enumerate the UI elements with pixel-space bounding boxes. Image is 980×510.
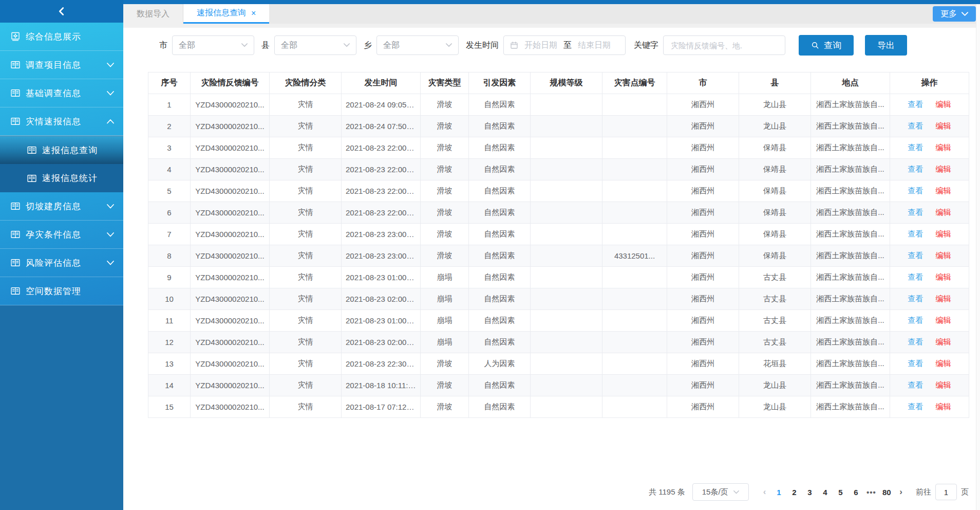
cell-code: YZD43000020210... xyxy=(191,267,270,288)
page-number-80[interactable]: 80 xyxy=(879,488,894,497)
more-button[interactable]: 更多 xyxy=(933,6,976,22)
keyword-input[interactable] xyxy=(663,35,785,55)
sidebar-item-entry[interactable]: 风险评估信息 xyxy=(0,249,123,277)
cell-actions: 查看编辑 xyxy=(890,137,969,159)
view-link[interactable]: 查看 xyxy=(908,121,924,130)
edit-link[interactable]: 编辑 xyxy=(936,272,951,281)
time-filter-label: 发生时间 xyxy=(466,40,499,51)
table-row: 13YZD43000020210...灾情2021-08-23 22:30:00… xyxy=(148,353,969,375)
sidebar-subitem-active[interactable]: 速报信息查询 xyxy=(0,136,123,164)
page-number-4[interactable]: 4 xyxy=(817,488,833,497)
cell-location: 湘西土家族苗族自... xyxy=(811,224,890,245)
cell-city: 湘西州 xyxy=(667,224,739,245)
edit-link[interactable]: 编辑 xyxy=(936,121,951,130)
sidebar-menu: 综合信息展示调查项目信息基础调查信息灾情速报信息速报信息查询速报信息统计切坡建房… xyxy=(0,23,123,305)
page-number-1[interactable]: 1 xyxy=(771,488,786,497)
cell-time: 2021-08-23 22:30:00 xyxy=(342,353,421,375)
cell-factor: 自然因素 xyxy=(469,375,531,396)
edit-link[interactable]: 编辑 xyxy=(936,402,951,411)
view-link[interactable]: 查看 xyxy=(908,251,924,260)
tab-report-info-query[interactable]: 速报信息查询 × xyxy=(183,4,269,24)
table-row: 2YZD43000020210...灾情2021-08-24 07:50:00滑… xyxy=(148,116,969,137)
edit-link[interactable]: 编辑 xyxy=(936,165,951,173)
edit-link[interactable]: 编辑 xyxy=(936,316,951,324)
chevron-down-icon xyxy=(344,43,350,47)
view-link[interactable]: 查看 xyxy=(908,186,924,195)
date-range-picker[interactable]: 开始日期 至 结束日期 xyxy=(503,35,626,55)
goto-page-input[interactable] xyxy=(935,484,957,500)
edit-link[interactable]: 编辑 xyxy=(936,337,951,346)
edit-link[interactable]: 编辑 xyxy=(936,294,951,303)
edit-link[interactable]: 编辑 xyxy=(936,380,951,389)
cell-point xyxy=(602,159,667,180)
sidebar-item-entry[interactable]: 孕灾条件信息 xyxy=(0,221,123,249)
view-link[interactable]: 查看 xyxy=(908,359,924,368)
cell-actions: 查看编辑 xyxy=(890,202,969,224)
edit-link[interactable]: 编辑 xyxy=(936,100,951,108)
page-number-6[interactable]: 6 xyxy=(848,488,863,497)
table-row: 3YZD43000020210...灾情2021-08-23 22:00:00滑… xyxy=(148,137,969,159)
cell-factor: 自然因素 xyxy=(469,94,531,116)
cell-type: 滑坡 xyxy=(421,116,469,137)
total-count: 共 1195 条 xyxy=(649,487,685,497)
page-number-5[interactable]: 5 xyxy=(833,488,848,497)
date-range-to-label: 至 xyxy=(563,40,572,51)
filter-bar: 市 全部 县 全部 乡 全部 xyxy=(159,35,969,56)
sidebar-item-entry[interactable]: 调查项目信息 xyxy=(0,51,123,79)
close-icon[interactable]: × xyxy=(251,9,256,17)
start-date-placeholder[interactable]: 开始日期 xyxy=(524,40,557,51)
view-link[interactable]: 查看 xyxy=(908,208,924,216)
view-link[interactable]: 查看 xyxy=(908,272,924,281)
cell-county: 龙山县 xyxy=(739,116,811,137)
next-page-button[interactable]: › xyxy=(894,487,908,497)
view-link[interactable]: 查看 xyxy=(908,316,924,324)
edit-link[interactable]: 编辑 xyxy=(936,208,951,216)
tab-data-import[interactable]: 数据导入 xyxy=(123,4,183,24)
column-header: 灾险情反馈编号 xyxy=(191,72,270,94)
page-size-select[interactable]: 15条/页 xyxy=(692,483,749,501)
sidebar-collapse-button[interactable] xyxy=(0,0,123,23)
edit-link[interactable]: 编辑 xyxy=(936,359,951,368)
chevron-down-icon xyxy=(107,232,114,237)
export-button[interactable]: 导出 xyxy=(865,35,907,56)
view-link[interactable]: 查看 xyxy=(908,229,924,238)
county-select[interactable]: 全部 xyxy=(274,35,356,55)
city-select[interactable]: 全部 xyxy=(172,35,254,55)
cell-factor: 自然因素 xyxy=(469,116,531,137)
edit-link[interactable]: 编辑 xyxy=(936,251,951,260)
search-button[interactable]: 查询 xyxy=(799,35,854,56)
edit-link[interactable]: 编辑 xyxy=(936,186,951,195)
sidebar-item-entry[interactable]: 切坡建房信息 xyxy=(0,192,123,221)
sidebar: 综合信息展示调查项目信息基础调查信息灾情速报信息速报信息查询速报信息统计切坡建房… xyxy=(0,0,123,510)
cell-type: 滑坡 xyxy=(421,375,469,396)
cell-type: 滑坡 xyxy=(421,353,469,375)
end-date-placeholder[interactable]: 结束日期 xyxy=(578,40,611,51)
view-link[interactable]: 查看 xyxy=(908,380,924,389)
page-number-3[interactable]: 3 xyxy=(802,488,817,497)
sidebar-item-entry[interactable]: 灾情速报信息 xyxy=(0,107,123,136)
cell-actions: 查看编辑 xyxy=(890,310,969,332)
prev-page-button[interactable]: ‹ xyxy=(758,487,771,497)
view-link[interactable]: 查看 xyxy=(908,100,924,108)
column-header: 规模等级 xyxy=(531,72,602,94)
edit-link[interactable]: 编辑 xyxy=(936,229,951,238)
view-link[interactable]: 查看 xyxy=(908,337,924,346)
sidebar-item-entry[interactable]: 基础调查信息 xyxy=(0,79,123,107)
view-link[interactable]: 查看 xyxy=(908,143,924,152)
page-number-2[interactable]: 2 xyxy=(786,488,802,497)
cell-code: YZD43000020210... xyxy=(191,245,270,267)
view-link[interactable]: 查看 xyxy=(908,402,924,411)
sidebar-item-entry[interactable]: 综合信息展示 xyxy=(0,23,123,51)
cell-actions: 查看编辑 xyxy=(890,116,969,137)
cell-seq: 4 xyxy=(148,159,191,180)
cell-point xyxy=(602,332,667,353)
edit-link[interactable]: 编辑 xyxy=(936,143,951,152)
view-link[interactable]: 查看 xyxy=(908,165,924,173)
cell-seq: 14 xyxy=(148,375,191,396)
town-select[interactable]: 全部 xyxy=(376,35,459,55)
view-link[interactable]: 查看 xyxy=(908,294,924,303)
sidebar-item-entry[interactable]: 空间数据管理 xyxy=(0,277,123,305)
sidebar-subitem-entry[interactable]: 速报信息统计 xyxy=(0,164,123,192)
sidebar-item-label: 速报信息统计 xyxy=(42,172,114,184)
cell-time: 2021-08-23 22:00:00 xyxy=(342,180,421,202)
